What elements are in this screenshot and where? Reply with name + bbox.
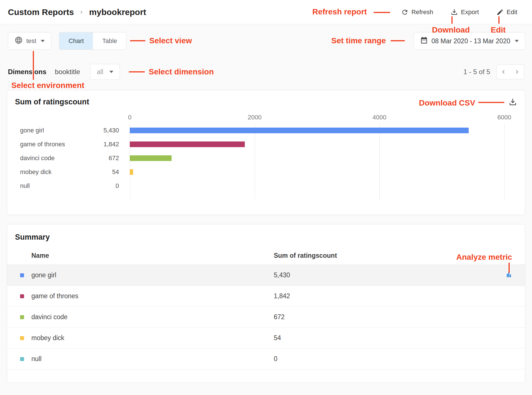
legend-swatch bbox=[20, 315, 24, 319]
category-label: davinci code bbox=[20, 154, 109, 162]
category-label: gone girl bbox=[20, 127, 103, 134]
bar-row bbox=[130, 151, 504, 165]
tab-table[interactable]: Table bbox=[93, 33, 126, 50]
view-toggle: Chart Table bbox=[59, 32, 126, 50]
chevron-down-icon bbox=[515, 40, 519, 42]
chevron-left-icon bbox=[500, 68, 507, 76]
chart-title: Sum of ratingscount bbox=[15, 98, 89, 106]
row-value: 54 bbox=[274, 328, 491, 349]
value-label: 54 bbox=[112, 168, 130, 176]
row-name: davinci code bbox=[31, 314, 68, 321]
row-name: game of thrones bbox=[31, 293, 78, 300]
column-header-name: Name bbox=[7, 248, 274, 265]
x-axis: 0 2000 4000 6000 bbox=[130, 114, 504, 123]
export-button[interactable]: Export bbox=[451, 8, 479, 16]
table-row[interactable]: gone girl 5,430 bbox=[7, 265, 525, 286]
table-row[interactable]: davinci code 672 bbox=[7, 307, 525, 328]
row-name: gone girl bbox=[31, 272, 56, 279]
legend-swatch bbox=[20, 273, 24, 277]
category-label: game of thrones bbox=[20, 141, 103, 148]
x-tick: 0 bbox=[128, 114, 131, 121]
chart-card: Sum of ratingscount gone girl 5,430 game… bbox=[7, 90, 525, 215]
export-label: Export bbox=[461, 8, 479, 16]
download-csv-button[interactable] bbox=[509, 98, 517, 106]
value-label: 0 bbox=[116, 182, 130, 190]
annotation-line-edit bbox=[498, 16, 499, 24]
bar-row bbox=[130, 179, 504, 193]
pagination-controls bbox=[496, 65, 524, 79]
x-tick: 2000 bbox=[248, 114, 261, 121]
table-row[interactable]: game of thrones 1,842 bbox=[7, 286, 525, 307]
annotation-download-csv: Download CSV bbox=[419, 98, 475, 108]
row-name: mobey dick bbox=[31, 334, 64, 342]
bar-davinci-code[interactable] bbox=[130, 155, 172, 161]
chart-label-row: game of thrones 1,842 bbox=[15, 137, 130, 151]
breadcrumb-chevron-icon bbox=[78, 9, 85, 15]
download-icon bbox=[509, 98, 517, 106]
chart-label-row: gone girl 5,430 bbox=[15, 123, 130, 137]
refresh-button[interactable]: Refresh bbox=[401, 8, 433, 16]
breadcrumb-current: mybookreport bbox=[89, 7, 146, 17]
environment-label: test bbox=[26, 37, 36, 45]
annotation-analyze-metric: Analyze metric bbox=[456, 253, 512, 262]
legend-swatch bbox=[20, 336, 24, 340]
plot-body bbox=[130, 123, 504, 200]
annotation-set-time-range: Set time range bbox=[331, 36, 386, 45]
globe-icon bbox=[14, 36, 23, 46]
annotation-line-set-time-range bbox=[391, 40, 405, 41]
x-tick: 6000 bbox=[498, 114, 511, 121]
summary-header-row: Name Sum of ratingscount bbox=[7, 248, 525, 265]
next-page-button[interactable] bbox=[510, 65, 524, 79]
edit-button[interactable]: Edit bbox=[496, 8, 517, 16]
date-range-label: 08 Mar 2020 - 13 Mar 2020 bbox=[431, 37, 510, 45]
annotation-select-environment: Select environment bbox=[11, 81, 84, 90]
breadcrumb-root[interactable]: Custom Reports bbox=[8, 7, 74, 17]
summary-card: Summary Name Sum of ratingscount gone gi… bbox=[7, 224, 525, 383]
pagination: 1 - 5 of 5 bbox=[463, 65, 524, 79]
dimension-value-label: all bbox=[97, 68, 103, 76]
legend-swatch bbox=[20, 294, 24, 298]
dimension-value-selector[interactable]: all bbox=[90, 64, 120, 80]
chart-label-row: davinci code 672 bbox=[15, 151, 130, 165]
value-label: 5,430 bbox=[103, 127, 130, 134]
calendar-icon bbox=[420, 36, 428, 46]
bar-row bbox=[130, 165, 504, 179]
bar-game-of-thrones[interactable] bbox=[130, 141, 245, 147]
date-range-picker[interactable]: 08 Mar 2020 - 13 Mar 2020 bbox=[414, 32, 525, 50]
dimension-name: booktitle bbox=[55, 68, 80, 76]
row-value: 0 bbox=[274, 349, 491, 370]
annotation-edit: Edit bbox=[491, 25, 506, 35]
annotation-line-analyze-metric bbox=[509, 263, 510, 273]
annotation-line-download-csv bbox=[478, 102, 504, 103]
summary-table: Name Sum of ratingscount gone girl 5,430… bbox=[7, 248, 525, 370]
pagination-range: 1 - 5 of 5 bbox=[463, 68, 490, 76]
dimensions-bar: Dimensions booktitle all 1 - 5 of 5 bbox=[8, 64, 524, 80]
x-tick: 4000 bbox=[373, 114, 386, 121]
refresh-icon bbox=[401, 8, 408, 16]
table-row[interactable]: null 0 bbox=[7, 349, 525, 370]
table-row[interactable]: mobey dick 54 bbox=[7, 328, 525, 349]
row-value: 5,430 bbox=[274, 265, 491, 286]
gridline bbox=[504, 123, 505, 200]
annotation-line-select-view bbox=[130, 40, 145, 41]
environment-selector[interactable]: test bbox=[8, 32, 51, 50]
edit-label: Edit bbox=[507, 8, 517, 16]
previous-page-button[interactable] bbox=[497, 65, 510, 79]
header-actions: Refresh Export Edit bbox=[401, 8, 517, 16]
chart-label-row: null 0 bbox=[15, 179, 130, 193]
annotation-line-select-dimension bbox=[129, 71, 145, 72]
bar-row bbox=[130, 123, 504, 137]
category-label: null bbox=[20, 182, 116, 190]
chevron-down-icon bbox=[109, 71, 113, 73]
value-label: 1,842 bbox=[103, 141, 130, 148]
tab-chart[interactable]: Chart bbox=[59, 33, 93, 50]
bar-row bbox=[130, 137, 504, 151]
legend-swatch bbox=[20, 357, 24, 361]
annotation-download: Download bbox=[432, 25, 470, 35]
bar-mobey-dick[interactable] bbox=[130, 169, 133, 175]
chart-label-row: mobey dick 54 bbox=[15, 165, 130, 179]
bar-gone-girl[interactable] bbox=[130, 128, 469, 133]
chevron-down-icon bbox=[41, 40, 45, 42]
export-download-icon bbox=[451, 8, 458, 16]
bar-chart: gone girl 5,430 game of thrones 1,842 da… bbox=[15, 114, 517, 200]
